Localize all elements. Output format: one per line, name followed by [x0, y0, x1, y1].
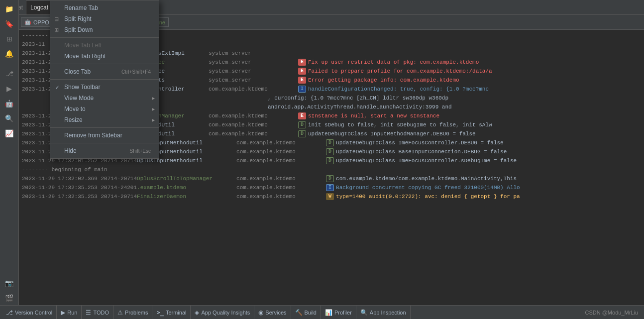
log-level-badge: I: [326, 184, 334, 191]
status-item-app-inspection[interactable]: 🔍 App Inspection: [356, 306, 411, 319]
sidebar-icon-run[interactable]: ▶: [1, 82, 17, 96]
log-message: init sDebug to false, init sDebugIme to …: [308, 120, 492, 129]
log-message: updateDebugToClass BaseInputConnection.D…: [336, 147, 507, 156]
app-inspection-label: App Inspection: [370, 310, 406, 316]
sidebar-icon-camera[interactable]: 📷: [1, 276, 17, 290]
menu-item-label: Resize: [64, 116, 83, 123]
checkmark-icon: ✓: [55, 85, 59, 90]
log-message: updateDebugToClass InputMethodManager.DE…: [308, 129, 476, 138]
menu-item-label: Remove from Sidebar: [64, 132, 122, 139]
sidebar-icon-find[interactable]: 🔍: [1, 111, 17, 125]
build-icon: 🔨: [295, 309, 303, 316]
context-menu: Rename Tab ⊟ Split Right ⊞ Split Down Mo…: [50, 0, 159, 159]
log-message: Fix up user restrict data of pkg: com.ex…: [308, 58, 479, 67]
log-message: android.app.ActivityThread.handleLaunchA…: [268, 103, 452, 111]
log-message: , curconfig: {1.0 ?mcc?mnc [zh_CN] ldltr…: [268, 94, 448, 103]
menu-item-rename-tab[interactable]: Rename Tab: [50, 2, 159, 13]
run-label: Run: [67, 310, 77, 316]
android-icon: 🤖: [24, 19, 31, 25]
log-message: handleConfigurationChanged: true, config…: [308, 85, 489, 94]
menu-item-label: Close Tab: [64, 68, 91, 75]
log-level-badge: W: [326, 193, 334, 200]
todo-label: TODO: [93, 310, 109, 316]
menu-item-label: Split Right: [64, 15, 92, 22]
status-item-run[interactable]: ▶ Run: [57, 306, 82, 319]
status-item-version-control[interactable]: ⎇ Version Control: [2, 306, 57, 319]
status-item-problems[interactable]: ⚠ Problems: [113, 306, 152, 319]
sidebar-icon-debug[interactable]: 🤖: [1, 97, 17, 110]
menu-item-split-right[interactable]: ⊟ Split Right: [50, 13, 159, 24]
menu-separator: [50, 37, 159, 38]
app-quality-label: App Quality Insights: [201, 310, 250, 316]
menu-item-resize[interactable]: Resize: [50, 114, 159, 125]
profiler-label: Profiler: [334, 310, 352, 316]
separator-text: -------- beginning of main: [22, 165, 107, 174]
sidebar-icon-video[interactable]: 🎬: [1, 291, 17, 305]
menu-item-move-tab-right[interactable]: Move Tab Right: [50, 51, 159, 62]
log-level-badge: I: [298, 86, 306, 93]
menu-item-move-to[interactable]: Move to: [50, 104, 159, 114]
sidebar-icon-project[interactable]: 📁: [1, 2, 17, 16]
log-message: Error getting package info: com.example.…: [308, 76, 459, 85]
log-proc: system_server: [209, 49, 298, 58]
terminal-icon: >_: [156, 309, 163, 316]
menu-separator: [50, 127, 159, 128]
menu-item-split-down[interactable]: ⊞ Split Down: [50, 24, 159, 35]
menu-shortcut-close-tab: Ctrl+Shift+F4: [121, 69, 151, 75]
menu-item-close-tab[interactable]: Close Tab Ctrl+Shift+F4: [50, 66, 159, 77]
menu-item-label: Move Tab Left: [64, 42, 102, 49]
log-message: updateDebugToClass ImeFocusController.DE…: [336, 138, 504, 147]
log-proc: com.example.ktdemo: [209, 120, 298, 129]
sidebar-icon-git[interactable]: ⎇: [1, 67, 17, 81]
sidebar-icon-notifications[interactable]: 🔔: [1, 47, 17, 61]
log-proc: com.example.ktdemo: [236, 192, 326, 201]
todo-icon: ☰: [86, 309, 91, 316]
log-proc: com.example.ktdemo: [209, 85, 298, 94]
log-message: type=1400 audit(0.0:2722): avc: denied {…: [336, 192, 520, 201]
menu-item-label: Show Toolbar: [64, 84, 101, 91]
menu-item-hide[interactable]: Hide Shift+Esc: [50, 145, 159, 156]
status-item-build[interactable]: 🔨 Build: [291, 306, 321, 319]
log-level-badge: E: [298, 59, 306, 66]
log-proc: com.example.ktdemo: [236, 174, 326, 183]
app-quality-icon: ◈: [195, 309, 199, 316]
problems-label: Problems: [125, 310, 148, 316]
sidebar-icon-profiler[interactable]: 📈: [1, 126, 17, 140]
menu-item-label: View Mode: [64, 95, 94, 102]
log-proc: system_server: [209, 67, 298, 76]
sidebar-icon-bookmark[interactable]: 🔖: [1, 17, 17, 31]
log-level-badge: E: [298, 68, 306, 75]
menu-item-label: Split Down: [64, 26, 93, 33]
menu-item-label: Move to: [64, 106, 86, 112]
log-row: 2023-11-29 17:32:35.253 20714-24201 .exa…: [19, 183, 644, 192]
log-row: -------- beginning of main: [19, 165, 644, 174]
status-item-profiler[interactable]: 📊 Profiler: [321, 306, 356, 319]
status-item-services[interactable]: ◉ Services: [254, 306, 291, 319]
log-proc: com.example.ktdemo: [236, 138, 326, 147]
run-icon: ▶: [61, 309, 65, 316]
log-proc: system_server: [209, 58, 298, 67]
menu-item-icon-split-right: ⊟: [54, 16, 59, 22]
status-item-app-quality-insights[interactable]: ◈ App Quality Insights: [191, 306, 254, 319]
log-level-badge: D: [298, 121, 306, 128]
log-proc: com.example.ktdemo: [236, 156, 326, 165]
log-message: com.example.ktdemo/com.example.ktdemo.Ma…: [336, 174, 517, 183]
status-item-terminal[interactable]: >_ Terminal: [152, 306, 191, 319]
status-bar: ⎇ Version Control ▶ Run ☰ TODO ⚠ Problem…: [0, 305, 644, 319]
log-level-badge: E: [298, 112, 306, 119]
sidebar-icon-structure[interactable]: ⊞: [1, 32, 17, 46]
menu-item-label: Rename Tab: [64, 4, 98, 11]
menu-item-move-tab-left: Move Tab Left: [50, 40, 159, 51]
log-tag: FinalizerDaemon: [137, 192, 236, 201]
menu-item-remove-from-sidebar[interactable]: Remove from Sidebar: [50, 130, 159, 141]
log-level-badge: D: [326, 148, 334, 155]
status-item-todo[interactable]: ☰ TODO: [82, 306, 113, 319]
log-time: 2023-11-29 17:32:35.253 20714-20714: [22, 192, 137, 201]
menu-item-view-mode[interactable]: View Mode: [50, 93, 159, 104]
log-message: Failed to prepare profile for com.exampl…: [308, 67, 492, 76]
menu-item-show-toolbar[interactable]: ✓ Show Toolbar: [50, 82, 159, 93]
log-tag: .example.ktdemo: [137, 183, 236, 192]
build-label: Build: [305, 310, 317, 316]
log-message: sInstance is null, start a new sInstance: [308, 111, 439, 120]
menu-separator: [50, 143, 159, 143]
